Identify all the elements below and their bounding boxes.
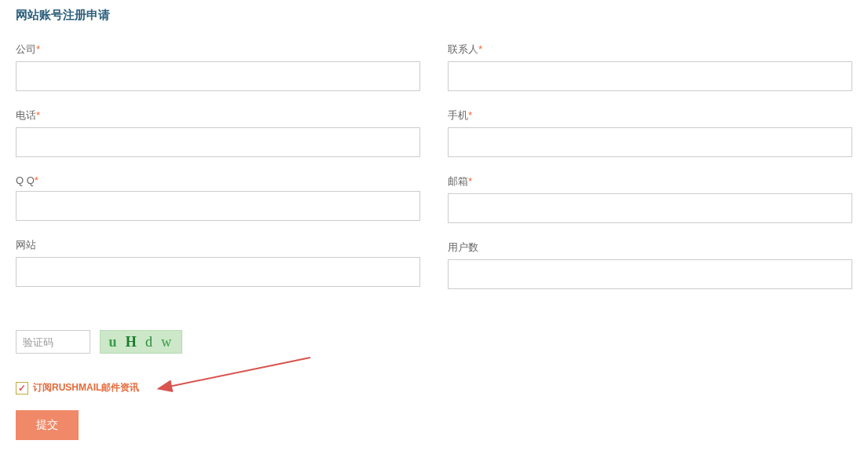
users-input[interactable] — [448, 259, 852, 289]
captcha-row: u H d w — [16, 330, 852, 354]
captcha-image[interactable]: u H d w — [100, 330, 182, 354]
qq-label: Q Q* — [16, 174, 420, 186]
required-mark: * — [478, 43, 482, 55]
contact-input[interactable] — [448, 61, 852, 91]
email-label: 邮箱* — [448, 174, 852, 189]
field-website: 网站 — [16, 238, 420, 287]
check-icon: ✓ — [18, 383, 26, 393]
captcha-char: u — [109, 334, 119, 350]
form-column-left: 公司* 电话* Q Q* 网站 — [16, 42, 420, 306]
qq-input[interactable] — [16, 191, 420, 221]
captcha-input[interactable] — [16, 330, 90, 354]
website-input[interactable] — [16, 257, 420, 287]
subscribe-row: ✓ 订阅RUSHMAIL邮件资讯 — [16, 381, 852, 394]
field-company: 公司* — [16, 42, 420, 91]
phone-label: 电话* — [16, 108, 420, 123]
company-label: 公司* — [16, 42, 420, 57]
captcha-char: d — [145, 334, 154, 350]
captcha-char: H — [126, 334, 138, 350]
contact-label: 联系人* — [448, 42, 852, 57]
required-mark: * — [468, 175, 472, 187]
required-mark: * — [36, 109, 40, 121]
required-mark: * — [468, 109, 472, 121]
mobile-input[interactable] — [448, 127, 852, 157]
field-users: 用户数 — [448, 240, 852, 289]
phone-input[interactable] — [16, 127, 420, 157]
subscribe-checkbox[interactable]: ✓ — [16, 382, 28, 394]
email-input[interactable] — [448, 193, 852, 223]
page-title: 网站账号注册申请 — [16, 8, 852, 23]
svg-line-1 — [169, 358, 310, 387]
users-label: 用户数 — [448, 240, 852, 255]
required-mark: * — [35, 174, 38, 186]
company-input[interactable] — [16, 61, 420, 91]
registration-form: 公司* 电话* Q Q* 网站 联系人* — [16, 42, 852, 306]
field-mobile: 手机* — [448, 108, 852, 157]
field-contact: 联系人* — [448, 42, 852, 91]
field-email: 邮箱* — [448, 174, 852, 223]
field-qq: Q Q* — [16, 174, 420, 221]
submit-button[interactable]: 提交 — [16, 410, 79, 440]
captcha-char: w — [161, 334, 173, 350]
field-phone: 电话* — [16, 108, 420, 157]
required-mark: * — [36, 43, 40, 55]
annotation-arrow-icon — [157, 354, 314, 401]
website-label: 网站 — [16, 238, 420, 252]
form-column-right: 联系人* 手机* 邮箱* 用户数 — [448, 42, 852, 306]
subscribe-label: 订阅RUSHMAIL邮件资讯 — [33, 381, 139, 394]
mobile-label: 手机* — [448, 108, 852, 123]
